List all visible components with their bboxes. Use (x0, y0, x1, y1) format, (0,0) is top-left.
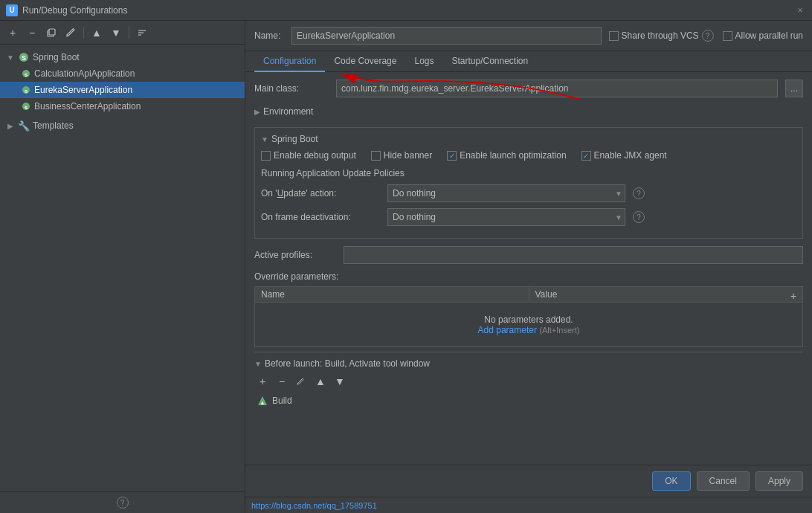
spring-leaf-icon: s (21, 68, 31, 79)
hide-banner-checkbox[interactable]: Hide banner (371, 150, 432, 161)
browse-main-class-button[interactable]: ... (785, 80, 803, 97)
help-icon[interactable]: ? (117, 497, 129, 509)
share-vcs-cb-box (609, 31, 619, 41)
apply-button[interactable]: Apply (755, 471, 803, 491)
calculation-api-label: CalculationApiApplication (34, 68, 135, 79)
move-up-button[interactable]: ▲ (88, 25, 105, 41)
name-row: Name: Share through VCS ? Allow parallel… (245, 21, 812, 51)
override-params-label: Override parameters: (254, 271, 803, 282)
svg-text:S: S (22, 54, 26, 62)
close-button[interactable]: × (794, 4, 806, 16)
table-row-empty: No parameters added. Add parameter (Alt+… (255, 303, 803, 347)
sidebar-item-business[interactable]: s BusinessCenterApplication (0, 98, 245, 114)
cancel-button[interactable]: Cancel (697, 471, 750, 491)
jmx-agent-label: Enable JMX agent (594, 150, 667, 161)
right-panel-wrapper: Name: Share through VCS ? Allow parallel… (245, 21, 812, 513)
params-table-wrapper: Name Value + (254, 286, 803, 347)
name-options: Share through VCS ? Allow parallel run (609, 30, 803, 42)
no-params-text: No parameters added. (261, 314, 796, 325)
before-launch-add-button[interactable]: + (254, 373, 271, 390)
spring-boot-arrow-icon: ▼ (261, 135, 268, 143)
environment-label: Environment (263, 106, 313, 117)
add-config-button[interactable]: + (4, 25, 21, 41)
tab-logs[interactable]: Logs (405, 51, 442, 72)
frame-deactivation-dropdown-wrapper: Do nothing Hot swap classes Update class… (387, 208, 625, 226)
spring-leaf-icon-business: s (21, 101, 31, 112)
jmx-agent-checkbox[interactable]: ✓ Enable JMX agent (581, 150, 667, 161)
launch-optimization-checkbox[interactable]: ✓ Enable launch optimization (447, 150, 566, 161)
svg-text:s: s (25, 71, 28, 78)
templates-group: ▶ 🔧 Templates (0, 116, 245, 135)
jmx-agent-cb-box: ✓ (581, 151, 591, 161)
frame-deactivation-row: On frame deactivation: Do nothing Hot sw… (261, 208, 796, 226)
before-launch-label: Before launch: Build, Activate tool wind… (265, 358, 430, 369)
expand-arrow-icon: ▼ (6, 53, 15, 62)
frame-deactivation-label: On frame deactivation: (261, 212, 380, 222)
edit-config-button[interactable] (62, 25, 79, 41)
update-action-dropdown-wrapper: Do nothing Hot swap classes Update class… (387, 184, 625, 202)
before-launch-header[interactable]: ▼ Before launch: Build, Activate tool wi… (254, 358, 803, 369)
spring-boot-group: ▼ S Spring Boot s CalculationApiApplicat… (0, 48, 245, 116)
spring-boot-section-label: Spring Boot (271, 134, 318, 144)
sidebar-item-calculation[interactable]: s CalculationApiApplication (0, 65, 245, 82)
spring-boot-section-header[interactable]: ▼ Spring Boot (261, 134, 796, 144)
active-profiles-input[interactable] (344, 246, 803, 264)
ok-button[interactable]: OK (652, 471, 690, 491)
allow-parallel-cb-box (723, 31, 732, 41)
share-vcs-checkbox[interactable]: Share through VCS ? (609, 30, 714, 42)
tab-startup-connection[interactable]: Startup/Connection (442, 51, 537, 72)
environment-header[interactable]: ▶ Environment (254, 103, 803, 120)
allow-parallel-checkbox[interactable]: Allow parallel run (723, 30, 803, 41)
tab-configuration[interactable]: Configuration (254, 51, 325, 72)
spring-boot-group-label: Spring Boot (33, 52, 80, 62)
update-action-help-icon[interactable]: ? (633, 187, 645, 199)
spring-boot-checkboxes: Enable debug output Hide banner ✓ Enable… (261, 150, 796, 161)
before-launch-up-button[interactable]: ▲ (312, 373, 329, 390)
dialog-footer: OK Cancel Apply (245, 465, 812, 497)
share-vcs-help-icon[interactable]: ? (702, 30, 714, 42)
spring-boot-section: ▼ Spring Boot Enable debug output Hide b… (254, 127, 803, 239)
svg-rect-1 (49, 29, 55, 35)
svg-text:▲: ▲ (260, 400, 265, 405)
status-bar-text: https://blog.csdn.net/qq_17589751 (251, 501, 377, 510)
tab-code-coverage[interactable]: Code Coverage (325, 51, 405, 72)
sort-button[interactable] (134, 25, 150, 41)
debug-output-checkbox[interactable]: Enable debug output (261, 150, 356, 161)
spring-leaf-icon-selected: s (21, 85, 31, 95)
build-label: Build (272, 396, 292, 406)
add-param-shortcut: (Alt+Insert) (539, 326, 579, 335)
window-title: Run/Debug Configurations (22, 5, 127, 16)
templates-label: Templates (33, 120, 74, 131)
before-launch-toolbar: + − ▲ ▼ (254, 373, 803, 390)
add-param-link[interactable]: Add parameter (478, 325, 537, 335)
spring-boot-group-header[interactable]: ▼ S Spring Boot (0, 49, 245, 65)
environment-arrow-icon: ▶ (254, 108, 260, 116)
before-launch-remove-button[interactable]: − (274, 373, 290, 390)
before-launch-down-button[interactable]: ▼ (332, 373, 348, 390)
templates-group-header[interactable]: ▶ 🔧 Templates (0, 117, 245, 134)
status-bar: https://blog.csdn.net/qq_17589751 (245, 497, 812, 513)
eureka-server-label: EurekaServerApplication (34, 85, 132, 95)
add-param-button[interactable]: + (784, 287, 802, 305)
launch-optimization-cb-box: ✓ (447, 151, 457, 161)
launch-optimization-label: Enable launch optimization (460, 150, 566, 161)
sidebar-help-area: ? (0, 491, 245, 513)
debug-output-label: Enable debug output (274, 150, 356, 161)
name-input[interactable] (291, 27, 602, 45)
frame-deactivation-help-icon[interactable]: ? (633, 211, 645, 223)
templates-arrow-icon: ▶ (6, 121, 15, 130)
update-action-dropdown[interactable]: Do nothing Hot swap classes Update class… (387, 184, 625, 202)
hide-banner-label: Hide banner (384, 150, 432, 161)
override-params-section: Override parameters: Name Value (254, 271, 803, 347)
environment-section: ▶ Environment (254, 103, 803, 120)
frame-deactivation-dropdown[interactable]: Do nothing Hot swap classes Update class… (387, 208, 625, 226)
col-header-name: Name (255, 287, 529, 303)
move-down-button[interactable]: ▼ (108, 25, 124, 41)
copy-config-button[interactable] (43, 25, 59, 41)
sidebar-item-eureka[interactable]: s EurekaServerApplication (0, 82, 245, 98)
before-launch-edit-button[interactable] (293, 373, 309, 390)
main-class-input[interactable] (336, 80, 778, 97)
col-header-value: Value + (529, 287, 803, 303)
sidebar-tree: ▼ S Spring Boot s CalculationApiApplicat… (0, 45, 245, 491)
remove-config-button[interactable]: − (24, 25, 40, 41)
